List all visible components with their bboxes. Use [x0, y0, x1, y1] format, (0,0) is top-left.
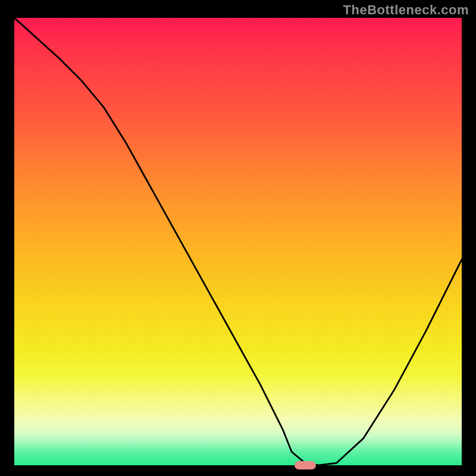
watermark-label: TheBottleneck.com [343, 2, 469, 18]
curve-svg [14, 18, 462, 465]
chart-frame: TheBottleneck.com [0, 0, 476, 476]
bottleneck-curve [14, 18, 462, 465]
optimal-marker [295, 461, 316, 469]
plot-area [14, 18, 462, 465]
